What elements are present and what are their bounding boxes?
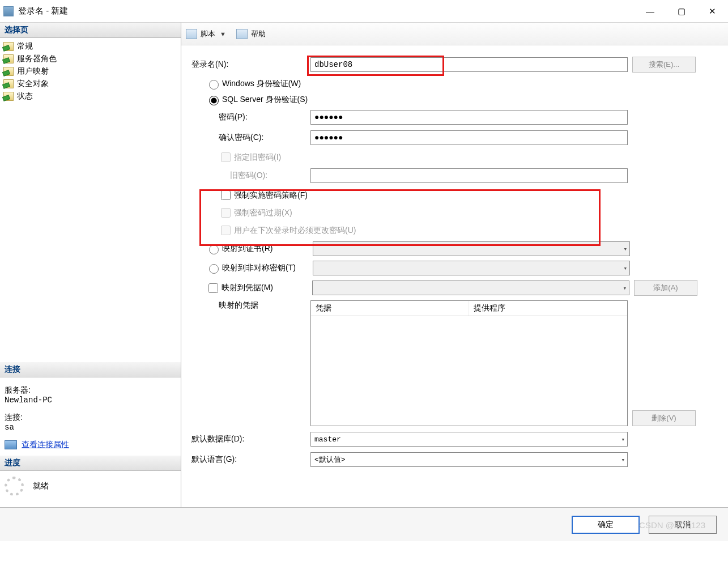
default-lang-label: 默认语言(G): xyxy=(191,454,310,465)
map-asym-row[interactable]: 映射到非对称密钥(T) ▾ xyxy=(206,261,722,275)
enforce-expire-checkbox xyxy=(221,208,231,218)
cred-combo[interactable]: ▾ xyxy=(312,281,629,295)
title-bar: 登录名 - 新建 — ▢ ✕ xyxy=(0,0,728,23)
sidebar-item-label: 状态 xyxy=(17,91,33,101)
minimize-button[interactable]: — xyxy=(635,0,666,23)
specify-old-checkbox xyxy=(221,152,231,162)
page-list: 常规 服务器角色 用户映射 安全对象 状态 xyxy=(0,38,181,105)
maximize-button[interactable]: ▢ xyxy=(666,0,697,23)
confirm-password-label: 确认密码(C): xyxy=(191,133,310,143)
asym-combo[interactable]: ▾ xyxy=(313,261,630,275)
default-db-value: master xyxy=(314,435,341,444)
monitor-icon xyxy=(5,440,17,449)
help-button[interactable]: 帮助 xyxy=(251,29,266,39)
confirm-password-input[interactable] xyxy=(310,130,628,145)
must-change-checkbox xyxy=(221,226,231,235)
page-icon xyxy=(3,54,14,63)
window-title: 登录名 - 新建 xyxy=(18,6,68,16)
sql-auth-radio[interactable] xyxy=(209,96,219,105)
add-button: 添加(A) xyxy=(634,280,697,296)
sidebar-item-status[interactable]: 状态 xyxy=(2,90,178,103)
enforce-policy-checkbox[interactable] xyxy=(221,190,231,200)
must-change-label: 用户在下次登录时必须更改密码(U) xyxy=(234,226,356,236)
ok-button[interactable]: 确定 xyxy=(572,516,640,534)
sidebar-item-server-roles[interactable]: 服务器角色 xyxy=(2,53,178,65)
chevron-down-icon: ▾ xyxy=(621,456,625,464)
map-cert-label: 映射到证书(R) xyxy=(222,244,313,254)
chevron-down-icon: ▾ xyxy=(623,284,627,292)
enforce-expire-row: 强制密码过期(X) xyxy=(219,206,722,219)
app-icon xyxy=(3,6,14,16)
map-asym-radio[interactable] xyxy=(209,264,219,274)
page-icon xyxy=(3,67,14,76)
sidebar-item-label: 安全对象 xyxy=(17,79,49,89)
default-lang-combo[interactable]: <默认值> ▾ xyxy=(310,452,628,467)
specify-old-row: 指定旧密码(I) xyxy=(219,151,722,164)
progress-header: 进度 xyxy=(0,456,181,471)
link-text: 查看连接属性 xyxy=(22,440,69,450)
sql-auth-label: SQL Server 身份验证(S) xyxy=(222,95,308,105)
connection-label: 连接: xyxy=(5,413,176,423)
map-cred-row[interactable]: 映射到凭据(M) ▾ 添加(A) xyxy=(206,280,722,296)
script-button[interactable]: 脚本 xyxy=(201,29,215,39)
default-db-combo[interactable]: master ▾ xyxy=(310,432,628,447)
windows-auth-label: Windows 身份验证(W) xyxy=(222,79,301,89)
default-db-label: 默认数据库(D): xyxy=(191,434,310,444)
sidebar-item-label: 服务器角色 xyxy=(17,54,57,64)
map-asym-label: 映射到非对称密钥(T) xyxy=(222,263,313,273)
page-icon xyxy=(3,79,14,88)
search-button[interactable]: 搜索(E)... xyxy=(632,57,696,73)
help-icon xyxy=(236,29,248,39)
mapped-cred-grid[interactable]: 凭据 提供程序 xyxy=(310,300,628,426)
connection-value: sa xyxy=(5,423,176,432)
sidebar-item-general[interactable]: 常规 xyxy=(2,40,178,53)
connection-header: 连接 xyxy=(0,362,181,377)
cert-combo[interactable]: ▾ xyxy=(313,241,630,256)
window-controls: — ▢ ✕ xyxy=(635,0,728,23)
dialog-button-bar: 确定 取消 xyxy=(0,507,728,541)
enforce-policy-row[interactable]: 强制实施密码策略(F) xyxy=(219,189,722,202)
cancel-button[interactable]: 取消 xyxy=(649,516,717,534)
enforce-expire-label: 强制密码过期(X) xyxy=(234,208,292,218)
map-cred-checkbox[interactable] xyxy=(208,283,218,293)
server-label: 服务器: xyxy=(5,385,176,396)
sidebar-item-user-mapping[interactable]: 用户映射 xyxy=(2,65,178,78)
login-name-label: 登录名(N): xyxy=(191,60,310,70)
enforce-policy-label: 强制实施密码策略(F) xyxy=(234,190,308,201)
specify-old-label: 指定旧密码(I) xyxy=(234,152,281,163)
page-icon xyxy=(3,92,14,101)
old-password-input xyxy=(310,168,628,183)
chevron-down-icon: ▾ xyxy=(621,436,625,443)
col-provider: 提供程序 xyxy=(469,301,627,316)
sidebar-item-label: 用户映射 xyxy=(17,66,49,77)
mapped-cred-label: 映射的凭据 xyxy=(191,300,310,311)
sql-auth-radio-row[interactable]: SQL Server 身份验证(S) xyxy=(206,94,722,105)
col-credential: 凭据 xyxy=(311,301,469,316)
map-cert-radio[interactable] xyxy=(209,245,219,254)
login-name-input[interactable] xyxy=(310,57,628,72)
toolbar: 脚本 ▼ 帮助 xyxy=(181,23,728,45)
view-connection-properties-link[interactable]: 查看连接属性 xyxy=(5,440,176,450)
script-icon xyxy=(186,29,197,39)
windows-auth-radio[interactable] xyxy=(209,80,219,90)
select-page-header: 选择页 xyxy=(0,23,181,38)
progress-status: 就绪 xyxy=(33,481,49,491)
page-icon xyxy=(3,42,14,51)
sidebar-item-securables[interactable]: 安全对象 xyxy=(2,78,178,90)
must-change-row: 用户在下次登录时必须更改密码(U) xyxy=(219,224,722,237)
map-cert-row[interactable]: 映射到证书(R) ▾ xyxy=(206,241,722,256)
server-value: Newland-PC xyxy=(5,396,176,405)
old-password-label: 旧密码(O): xyxy=(191,171,310,181)
spinner-icon xyxy=(5,477,24,496)
password-input[interactable] xyxy=(310,110,628,125)
delete-button: 删除(V) xyxy=(632,410,696,426)
windows-auth-radio-row[interactable]: Windows 身份验证(W) xyxy=(206,78,722,90)
chevron-down-icon: ▾ xyxy=(623,265,627,272)
default-lang-value: <默认值> xyxy=(314,454,346,465)
close-button[interactable]: ✕ xyxy=(697,0,728,23)
sidebar-item-label: 常规 xyxy=(17,41,33,52)
password-label: 密码(P): xyxy=(191,112,310,122)
chevron-down-icon[interactable]: ▼ xyxy=(220,31,226,37)
map-cred-label: 映射到凭据(M) xyxy=(222,283,312,293)
chevron-down-icon: ▾ xyxy=(623,245,627,253)
